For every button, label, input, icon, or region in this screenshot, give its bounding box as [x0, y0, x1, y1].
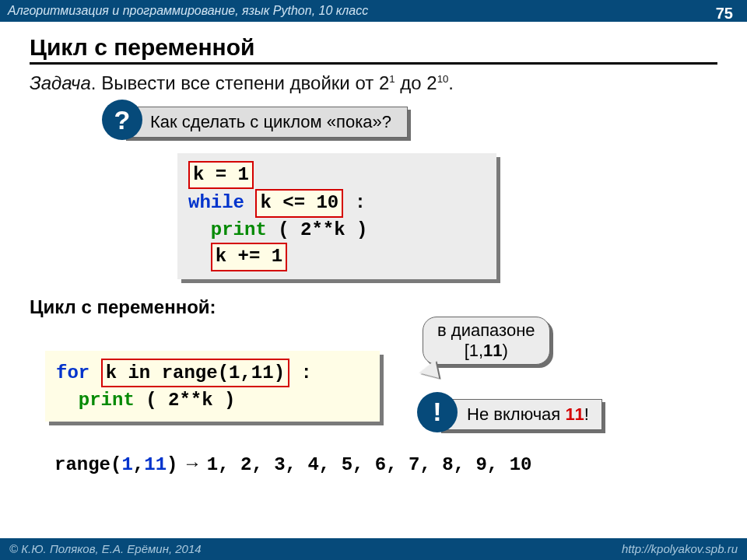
- footer-bar: © К.Ю. Поляков, Е.А. Ерёмин, 2014 http:/…: [0, 538, 747, 560]
- code-line-1: k = 1: [188, 161, 486, 189]
- page-number: 75: [716, 2, 733, 24]
- hint-text: Как сделать с циклом «пока»?: [150, 112, 391, 131]
- exclaim-badge: !: [417, 392, 458, 432]
- code-while-block: k = 1 while k <= 10 : print ( 2**k ) k +…: [177, 153, 496, 279]
- footer-url: http://kpolyakov.spb.ru: [622, 538, 738, 560]
- question-badge: ?: [102, 100, 142, 140]
- code-line-2: while k <= 10 :: [188, 189, 486, 217]
- for-row: в диапазоне [1,11) for k in range(1,11) …: [30, 351, 717, 422]
- exclaim-callout: ! Не включая 11!: [438, 399, 602, 430]
- code-line-4: k += 1: [188, 243, 486, 271]
- slide-title: Цикл с переменной: [30, 34, 717, 65]
- callout-tail-icon: [417, 359, 439, 381]
- task-label: Задача: [30, 72, 91, 93]
- for-line-2: print ( 2**k ): [56, 387, 369, 414]
- question-callout: ? Как сделать с циклом «пока»?: [123, 107, 717, 138]
- code-line-3: print ( 2**k ): [188, 218, 486, 243]
- for-subheading: Цикл с переменной:: [30, 296, 717, 318]
- for-line-1: for k in range(1,11) :: [56, 359, 369, 388]
- course-label: Алгоритмизация и программирование, язык …: [8, 4, 368, 17]
- copyright: © К.Ю. Поляков, Е.А. Ерёмин, 2014: [9, 538, 202, 560]
- exclaim-box: ! Не включая 11!: [438, 399, 602, 430]
- header-bar: Алгоритмизация и программирование, язык …: [0, 0, 747, 22]
- slide-content: Цикл с переменной Задача. Вывести все ст…: [0, 22, 747, 475]
- range-expansion: range(1,11) → 1, 2, 3, 4, 5, 6, 7, 8, 9,…: [54, 453, 717, 475]
- hint-box: ? Как сделать с циклом «пока»?: [123, 107, 408, 138]
- code-for-block: for k in range(1,11) : print ( 2**k ): [45, 351, 380, 422]
- range-callout: в диапазоне [1,11): [423, 317, 550, 365]
- task-statement: Задача. Вывести все степени двойки от 21…: [30, 72, 717, 94]
